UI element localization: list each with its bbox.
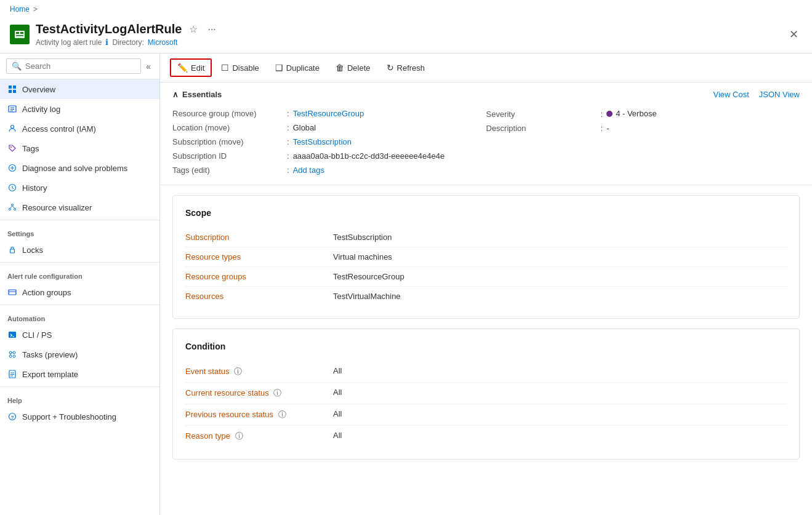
svg-rect-4	[9, 86, 12, 89]
event-status-row: Event status ⓘ All	[185, 361, 787, 383]
svg-rect-24	[9, 290, 16, 295]
app-container: Home > TestActivityLogAlertRule ☆ ··· Ac…	[0, 0, 812, 515]
previous-resource-status-row: Previous resource status ⓘ All	[185, 404, 787, 426]
breadcrumb-home[interactable]: Home	[10, 5, 30, 14]
reason-type-info-icon: ⓘ	[235, 431, 243, 441]
current-resource-status-label: Current resource status ⓘ	[185, 388, 333, 399]
search-input[interactable]	[25, 62, 135, 71]
resource-group-move-link[interactable]: move	[234, 109, 254, 118]
action-groups-icon	[7, 287, 17, 297]
tags-label: Tags	[22, 144, 39, 153]
history-icon	[7, 183, 17, 193]
subscription-id-value: aaaa0a0a-bb1b-cc2c-dd3d-eeeeee4e4e4e	[293, 151, 445, 161]
sidebar-item-diagnose[interactable]: Diagnose and solve problems	[0, 158, 159, 178]
sidebar-item-support[interactable]: ? Support + Troubleshooting	[0, 407, 159, 426]
edit-button[interactable]: ✏️ Edit	[170, 58, 212, 77]
scope-resource-groups-label: Resource groups	[185, 272, 333, 281]
sidebar-item-activity-log[interactable]: Activity log	[0, 99, 159, 119]
duplicate-button[interactable]: ❑ Duplicate	[268, 59, 326, 76]
tags-edit-link[interactable]: edit	[194, 166, 207, 175]
svg-point-19	[9, 209, 11, 210]
essentials-actions: View Cost JSON View	[713, 90, 800, 99]
help-section-label: Help	[0, 389, 159, 407]
activity-log-icon	[7, 104, 17, 114]
resource-group-link[interactable]: TestResourceGroup	[293, 109, 364, 118]
severity-value: 4 - Verbose	[606, 109, 657, 119]
breadcrumb-sep: >	[33, 5, 38, 14]
essentials-title[interactable]: ∧ Essentials	[172, 90, 222, 99]
previous-resource-status-label: Previous resource status ⓘ	[185, 409, 333, 420]
essentials-right: Severity : 4 - Verbose Description	[486, 106, 800, 177]
previous-resource-status-info-icon: ⓘ	[278, 410, 286, 419]
location-row: Location (move) : Global	[172, 121, 486, 135]
scope-title: Scope	[185, 208, 787, 218]
severity-label: Severity	[486, 110, 597, 119]
content-area: ✏️ Edit ☐ Disable ❑ Duplicate 🗑 Delete ↻	[160, 54, 812, 515]
export-template-label: Export template	[22, 370, 78, 379]
svg-rect-0	[15, 31, 25, 38]
resource-title: TestActivityLogAlertRule ☆ ···	[36, 22, 779, 36]
scope-subscription-value: TestSubscription	[333, 233, 392, 242]
current-resource-status-row: Current resource status ⓘ All	[185, 383, 787, 404]
delete-button[interactable]: 🗑 Delete	[329, 59, 377, 76]
close-button[interactable]: ✕	[786, 26, 802, 42]
breadcrumb: Home >	[0, 0, 812, 18]
severity-badge: 4 - Verbose	[606, 109, 657, 118]
sidebar-item-action-groups[interactable]: Action groups	[0, 282, 159, 302]
resource-header: TestActivityLogAlertRule ☆ ··· Activity …	[0, 18, 812, 54]
essentials-header: ∧ Essentials View Cost JSON View	[172, 90, 800, 99]
svg-point-28	[9, 351, 12, 354]
sidebar-item-history[interactable]: History	[0, 178, 159, 198]
condition-card: Condition Event status ⓘ All Current res…	[172, 329, 800, 460]
svg-rect-1	[16, 32, 19, 34]
svg-point-29	[13, 351, 15, 354]
subscription-move-link[interactable]: move	[221, 137, 241, 146]
disable-button[interactable]: ☐ Disable	[214, 59, 265, 76]
subscription-link[interactable]: TestSubscription	[293, 137, 352, 146]
essentials-left: Resource group (move) : TestResourceGrou…	[172, 106, 486, 177]
info-icon: ℹ	[105, 38, 108, 47]
history-label: History	[22, 183, 47, 193]
location-move-link[interactable]: move	[207, 123, 227, 132]
favorite-button[interactable]: ☆	[187, 22, 200, 36]
description-label: Description	[486, 124, 597, 133]
svg-point-20	[14, 209, 16, 210]
diagnose-icon	[7, 163, 17, 173]
sidebar-item-export-template[interactable]: Export template	[0, 364, 159, 384]
search-container: 🔍 «	[0, 54, 159, 79]
refresh-button[interactable]: ↻ Refresh	[380, 59, 432, 76]
subscription-label: Subscription (move)	[172, 137, 283, 146]
sidebar-item-overview[interactable]: Overview	[0, 79, 159, 99]
sidebar-item-locks[interactable]: Locks	[0, 240, 159, 260]
search-box[interactable]: 🔍	[6, 58, 141, 74]
sidebar-item-resource-visualizer[interactable]: Resource visualizer	[0, 198, 159, 217]
action-groups-label: Action groups	[22, 288, 71, 297]
scope-resource-types-row: Resource types Virtual machines	[185, 247, 787, 267]
more-options-button[interactable]: ···	[205, 23, 218, 36]
description-row: Description : -	[486, 121, 800, 135]
subscription-id-row: Subscription ID : aaaa0a0a-bb1b-cc2c-dd3…	[172, 149, 486, 163]
resource-group-label: Resource group (move)	[172, 109, 283, 118]
svg-text:?: ?	[11, 415, 14, 420]
collapse-sidebar-button[interactable]: «	[143, 60, 153, 73]
svg-rect-2	[16, 35, 23, 36]
settings-section-label: Settings	[0, 223, 159, 240]
edit-icon: ✏️	[177, 63, 188, 73]
view-cost-link[interactable]: View Cost	[713, 90, 749, 99]
sidebar-item-tasks[interactable]: Tasks (preview)	[0, 345, 159, 364]
scope-subscription-row: Subscription TestSubscription	[185, 228, 787, 247]
add-tags-link[interactable]: Add tags	[293, 166, 324, 175]
overview-label: Overview	[22, 85, 55, 94]
refresh-icon: ↻	[387, 63, 394, 73]
event-status-label: Event status ⓘ	[185, 366, 333, 377]
scope-resource-types-value: Virtual machines	[333, 252, 392, 261]
subscription-row: Subscription (move) : TestSubscription	[172, 135, 486, 149]
svg-point-30	[9, 355, 12, 357]
svg-line-21	[10, 206, 13, 209]
json-view-link[interactable]: JSON View	[759, 90, 800, 99]
sidebar-item-tags[interactable]: Tags	[0, 138, 159, 158]
subscription-id-label: Subscription ID	[172, 151, 283, 161]
sidebar-item-iam[interactable]: Access control (IAM)	[0, 119, 159, 138]
sidebar-item-cli-ps[interactable]: CLI / PS	[0, 325, 159, 345]
tasks-label: Tasks (preview)	[22, 350, 78, 359]
